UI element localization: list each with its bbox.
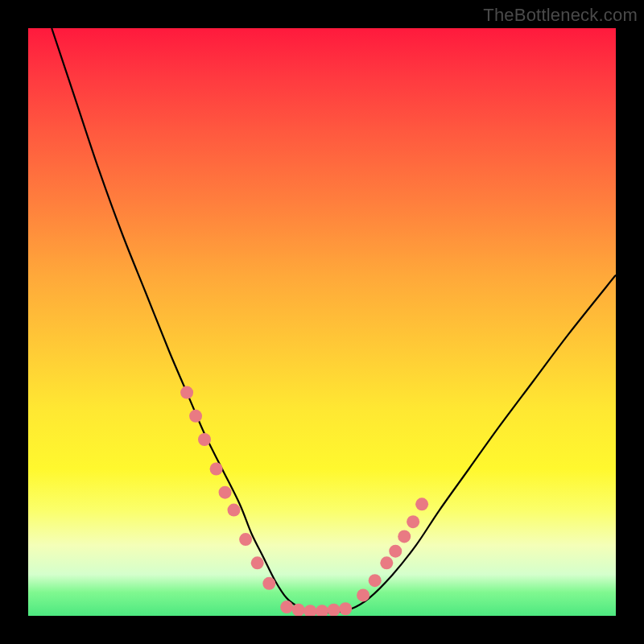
marker-dot [292,604,305,616]
marker-dot [210,463,223,476]
marker-dot [189,410,202,423]
plot-area [28,28,616,616]
marker-dot [415,497,428,510]
bottleneck-curve [52,28,616,613]
marker-dot [389,545,402,558]
marker-dot [303,605,316,616]
chart-svg [28,28,616,616]
marker-dot [316,605,328,616]
watermark-text: TheBottleneck.com [483,5,638,26]
marker-dot [239,533,252,546]
marker-dot [251,556,264,569]
marker-dot [369,574,382,587]
marker-dot [262,577,275,590]
marker-dot [280,601,293,613]
marker-dot [228,504,241,517]
marker-dot [198,433,211,446]
marker-dot [407,515,419,528]
marker-dot [328,604,341,616]
marker-dot [339,602,352,615]
marker-dot [180,386,193,399]
marker-dot [357,588,369,601]
marker-dot [219,486,232,499]
marker-dot [380,556,393,569]
marker-dot [398,530,411,543]
chart-container: TheBottleneck.com [0,0,644,644]
marker-group [180,386,428,616]
